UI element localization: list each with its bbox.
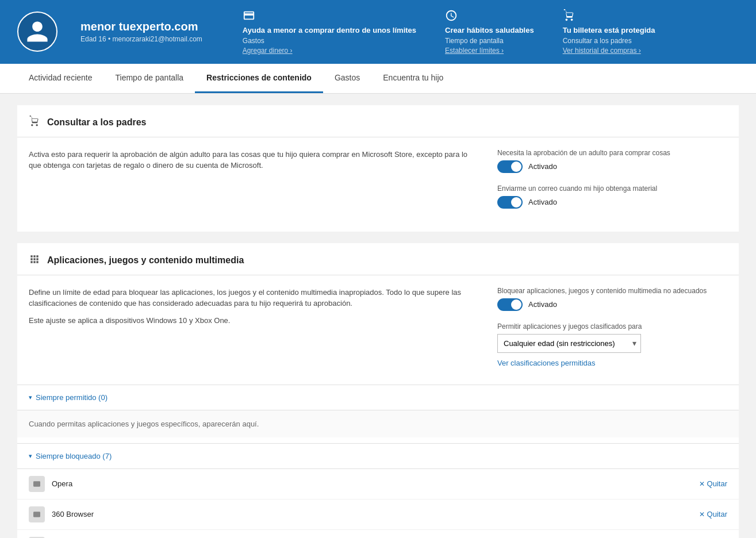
- x-icon: ✕: [699, 480, 705, 488]
- app-name-360browser: 360 Browser: [52, 510, 699, 518]
- remove-360browser-label: Quitar: [707, 510, 727, 518]
- toggle-row-1: Activado: [497, 160, 727, 173]
- clasificaciones-link[interactable]: Ver clasificaciones permitidas: [497, 359, 596, 367]
- toggle-3[interactable]: [497, 298, 523, 311]
- header-card-pantalla: Crear hábitos saludables Tiempo de panta…: [445, 9, 534, 55]
- card-title-billetera: Tu billetera está protegida: [563, 26, 655, 36]
- consultar-row: Activa esto para requerir la aprobación …: [29, 149, 727, 220]
- list-item: 360 Browser ✕ Quitar: [17, 499, 739, 530]
- consultar-description: Activa esto para requerir la aprobación …: [29, 149, 474, 171]
- app-icon-360browser: [29, 506, 45, 522]
- aplicaciones-row: Define un límite de edad para bloquear l…: [29, 287, 727, 367]
- avatar: [17, 11, 57, 52]
- x-icon: ✕: [699, 510, 705, 518]
- section-aplicaciones-body: Define un límite de edad para bloquear l…: [17, 275, 739, 379]
- section-aplicaciones-title: Aplicaciones, juegos y contenido multime…: [47, 255, 244, 266]
- shopping-cart-icon: [29, 116, 40, 130]
- svg-rect-0: [33, 481, 40, 486]
- siempre-permitido-header[interactable]: ▾ Siempre permitido (0): [17, 385, 739, 410]
- toggle-text-3: Activado: [528, 300, 557, 309]
- aplicaciones-controls: Bloquear aplicaciones, juegos y contenid…: [497, 287, 727, 367]
- remove-opera-button[interactable]: ✕ Quitar: [699, 479, 727, 488]
- list-item: Opera ✕ Quitar: [17, 469, 739, 499]
- user-name: menor tuexperto.com: [80, 20, 202, 33]
- remove-360browser-button[interactable]: ✕ Quitar: [699, 510, 727, 518]
- tab-actividad[interactable]: Actividad reciente: [17, 64, 104, 93]
- app-icon-opera: [29, 476, 45, 492]
- section-aplicaciones-header: Aplicaciones, juegos y contenido multime…: [17, 243, 739, 275]
- toggle-label-2: Enviarme un correo cuando mi hijo obteng…: [497, 185, 727, 193]
- toggle-group-1: Necesita la aprobación de un adulto para…: [497, 149, 727, 173]
- header-card-gastos: Ayuda a menor a comprar dentro de unos l…: [243, 9, 416, 55]
- card-sub-pantalla: Tiempo de pantalla: [445, 37, 534, 45]
- remove-opera-label: Quitar: [707, 479, 727, 488]
- header-cards: Ayuda a menor a comprar dentro de unos l…: [243, 9, 739, 55]
- card-icon-gastos: [243, 9, 416, 24]
- card-title-pantalla: Crear hábitos saludables: [445, 26, 534, 36]
- tab-encuentra[interactable]: Encuentra tu hijo: [371, 64, 455, 93]
- page-header: menor tuexperto.com Edad 16 • menorzarak…: [0, 0, 756, 64]
- section-aplicaciones: Aplicaciones, juegos y contenido multime…: [17, 243, 739, 538]
- blocked-list: Opera ✕ Quitar 360 Browser ✕ Quitar: [17, 468, 739, 538]
- section-consultar-title: Consultar a los padres: [47, 117, 147, 128]
- list-item: Google Chrome ✕ Quitar: [17, 530, 739, 538]
- nav-tabs: Actividad reciente Tiempo de pantalla Re…: [0, 64, 756, 94]
- siempre-permitido-empty: Cuando permitas aplicaciones y juegos es…: [17, 410, 739, 437]
- apps-icon: [29, 253, 40, 268]
- card-link-gastos[interactable]: Agregar dinero ›: [243, 47, 293, 55]
- header-card-billetera: Tu billetera está protegida Consultar a …: [563, 9, 655, 55]
- main-content: Consultar a los padres Activa esto para …: [0, 94, 756, 538]
- tab-restricciones[interactable]: Restricciones de contenido: [195, 64, 323, 93]
- card-link-billetera[interactable]: Ver historial de compras ›: [563, 47, 641, 55]
- card-sub-billetera: Consultar a los padres: [563, 37, 655, 45]
- toggle-group-2: Enviarme un correo cuando mi hijo obteng…: [497, 185, 727, 209]
- toggle-group-3: Bloquear aplicaciones, juegos y contenid…: [497, 287, 727, 311]
- dropdown-wrapper: Cualquier edad (sin restricciones) 3+ 7+…: [497, 334, 641, 353]
- age-dropdown[interactable]: Cualquier edad (sin restricciones) 3+ 7+…: [497, 334, 641, 353]
- section-consultar-body: Activa esto para requerir la aprobación …: [17, 137, 739, 232]
- app-name-opera: Opera: [52, 479, 699, 488]
- section-consultar-header: Consultar a los padres: [17, 105, 739, 137]
- dropdown-label: Permitir aplicaciones y juegos clasifica…: [497, 322, 727, 331]
- toggle-1[interactable]: [497, 160, 523, 173]
- card-icon-billetera: [563, 9, 655, 24]
- siempre-bloqueado-header[interactable]: ▾ Siempre bloqueado (7): [17, 444, 739, 468]
- svg-rect-1: [33, 512, 40, 517]
- card-sub-gastos: Gastos: [243, 37, 416, 45]
- toggle-text-2: Activado: [528, 198, 557, 206]
- card-icon-pantalla: [445, 9, 534, 24]
- toggle-text-1: Activado: [528, 162, 557, 171]
- siempre-permitido-section: ▾ Siempre permitido (0) Cuando permitas …: [17, 385, 739, 437]
- dropdown-group: Permitir aplicaciones y juegos clasifica…: [497, 322, 727, 367]
- consultar-controls: Necesita la aprobación de un adulto para…: [497, 149, 727, 220]
- toggle-2[interactable]: [497, 196, 523, 209]
- siempre-bloqueado-label: Siempre bloqueado (7): [36, 452, 112, 460]
- siempre-permitido-label: Siempre permitido (0): [36, 393, 108, 402]
- user-info: menor tuexperto.com Edad 16 • menorzarak…: [80, 20, 202, 43]
- aplicaciones-description: Define un límite de edad para bloquear l…: [29, 287, 474, 326]
- user-sub: Edad 16 • menorzaraki21@hotmail.com: [80, 35, 202, 43]
- siempre-bloqueado-section: ▾ Siempre bloqueado (7) Opera ✕ Quitar: [17, 443, 739, 538]
- tab-gastos[interactable]: Gastos: [323, 64, 371, 93]
- toggle-label-1: Necesita la aprobación de un adulto para…: [497, 149, 727, 157]
- chevron-down-icon-2: ▾: [29, 452, 32, 460]
- toggle-row-2: Activado: [497, 196, 727, 209]
- card-link-pantalla[interactable]: Establecer límites ›: [445, 47, 504, 55]
- section-consultar: Consultar a los padres Activa esto para …: [17, 105, 739, 232]
- card-title-gastos: Ayuda a menor a comprar dentro de unos l…: [243, 26, 416, 36]
- toggle-row-3: Activado: [497, 298, 727, 311]
- tab-pantalla[interactable]: Tiempo de pantalla: [104, 64, 195, 93]
- toggle-label-3: Bloquear aplicaciones, juegos y contenid…: [497, 287, 727, 295]
- chevron-down-icon: ▾: [29, 394, 32, 401]
